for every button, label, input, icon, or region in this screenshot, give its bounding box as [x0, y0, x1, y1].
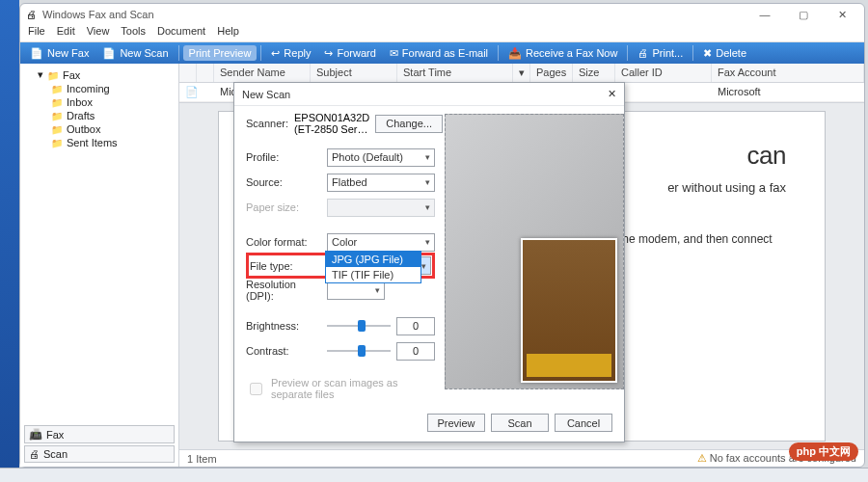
cancel-button[interactable]: Cancel: [555, 414, 612, 432]
col-pages[interactable]: Pages: [530, 64, 573, 82]
brightness-slider[interactable]: [327, 317, 391, 335]
titlebar: 🖨 Windows Fax and Scan — ▢ ✕: [20, 4, 864, 25]
col-size[interactable]: Size: [573, 64, 615, 82]
brightness-value[interactable]: 0: [396, 317, 435, 335]
new-fax-button[interactable]: 📄 New Fax: [24, 45, 95, 62]
statusbar: 1 Item No fax accounts are configured: [179, 449, 864, 467]
filetype-label: File type:: [250, 260, 325, 272]
close-button[interactable]: ✕: [826, 6, 858, 23]
dialog-close-icon[interactable]: ✕: [608, 88, 616, 100]
taskbar: [0, 468, 868, 482]
col-account[interactable]: Fax Account: [712, 64, 864, 82]
receive-fax-button[interactable]: 📥 Receive a Fax Now: [502, 45, 623, 62]
resolution-label: Resolution (DPI):: [246, 279, 321, 302]
tree-root[interactable]: ▾Fax: [38, 67, 175, 82]
col-subject[interactable]: Subject: [311, 64, 397, 82]
menu-help[interactable]: Help: [217, 25, 239, 41]
minimize-button[interactable]: —: [748, 6, 781, 23]
tree-outbox[interactable]: Outbox: [51, 122, 175, 136]
scan-preview[interactable]: [445, 114, 624, 389]
status-count: 1 Item: [187, 453, 217, 465]
color-combo[interactable]: Color: [327, 233, 435, 252]
scanner-name: EPSON01A32D (ET-2850 Ser…: [294, 112, 369, 135]
print-preview-button[interactable]: Print Preview: [183, 45, 258, 61]
col-caller[interactable]: Caller ID: [615, 64, 712, 82]
profile-combo[interactable]: Photo (Default): [327, 148, 435, 167]
brightness-label: Brightness:: [246, 320, 321, 332]
color-label: Color format:: [246, 236, 321, 248]
new-scan-button[interactable]: 📄 New Scan: [96, 45, 174, 62]
forward-button[interactable]: ↪ Forward: [318, 45, 381, 62]
window-title: Windows Fax and Scan: [42, 9, 154, 20]
menu-document[interactable]: Document: [157, 25, 205, 41]
menu-edit[interactable]: Edit: [57, 25, 75, 41]
col-icon2[interactable]: [197, 64, 214, 82]
col-start[interactable]: Start Time: [397, 64, 513, 82]
profile-label: Profile:: [246, 151, 321, 163]
app-icon: 🖨: [26, 9, 37, 20]
source-combo[interactable]: Flatbed: [327, 174, 435, 192]
tree-inbox[interactable]: Inbox: [51, 95, 175, 109]
scanner-label: Scanner:: [246, 118, 288, 129]
contrast-value[interactable]: 0: [396, 342, 435, 361]
watermark: php 中文网: [789, 442, 858, 461]
reply-button[interactable]: ↩ Reply: [265, 45, 316, 62]
col-icon1[interactable]: [179, 64, 197, 82]
print-button[interactable]: 🖨 Print...: [632, 45, 689, 61]
filetype-option-tif[interactable]: TIF (TIF File): [326, 267, 420, 282]
menubar: File Edit View Tools Document Help: [20, 25, 864, 42]
separate-files-checkbox: [250, 383, 262, 395]
tab-fax[interactable]: 📠 Fax: [24, 425, 175, 443]
contrast-slider[interactable]: [327, 342, 391, 360]
filetype-option-jpg[interactable]: JPG (JPG File): [326, 252, 420, 267]
paper-combo: [327, 199, 435, 217]
col-sender[interactable]: Sender Name: [214, 64, 311, 82]
paper-label: Paper size:: [246, 201, 321, 213]
change-button[interactable]: Change...: [375, 115, 443, 133]
tree-incoming[interactable]: Incoming: [51, 82, 175, 95]
forward-email-button[interactable]: ✉ Forward as E-mail: [384, 45, 494, 62]
list-header: Sender Name Subject Start Time ▾ Pages S…: [179, 64, 864, 83]
source-label: Source:: [246, 176, 321, 188]
menu-view[interactable]: View: [87, 25, 110, 41]
contrast-label: Contrast:: [246, 345, 321, 357]
toolbar: 📄 New Fax 📄 New Scan Print Preview ↩ Rep…: [20, 42, 864, 64]
delete-button[interactable]: ✖ Delete: [697, 45, 752, 62]
filetype-dropdown: JPG (JPG File) TIF (TIF File): [325, 251, 421, 283]
dialog-title: New Scan: [242, 89, 290, 100]
maximize-button[interactable]: ▢: [787, 6, 820, 23]
tree-sent[interactable]: Sent Items: [51, 136, 175, 149]
separate-files-label: Preview or scan images as separate files: [271, 377, 435, 400]
resolution-combo[interactable]: [327, 281, 385, 300]
preview-thumbnail: [521, 238, 617, 383]
col-dir[interactable]: ▾: [513, 64, 530, 82]
desktop-edge: [0, 0, 19, 482]
menu-tools[interactable]: Tools: [121, 25, 146, 41]
tab-scan[interactable]: 🖨 Scan: [24, 445, 175, 463]
preview-button[interactable]: Preview: [427, 414, 485, 432]
folder-tree: ▾Fax Incoming Inbox Drafts Outbox Sent I…: [20, 64, 179, 467]
tree-drafts[interactable]: Drafts: [51, 109, 175, 122]
new-scan-dialog: New Scan ✕ Scanner: EPSON01A32D (ET-2850…: [233, 82, 625, 442]
scan-button[interactable]: Scan: [491, 414, 549, 432]
menu-file[interactable]: File: [28, 25, 45, 41]
